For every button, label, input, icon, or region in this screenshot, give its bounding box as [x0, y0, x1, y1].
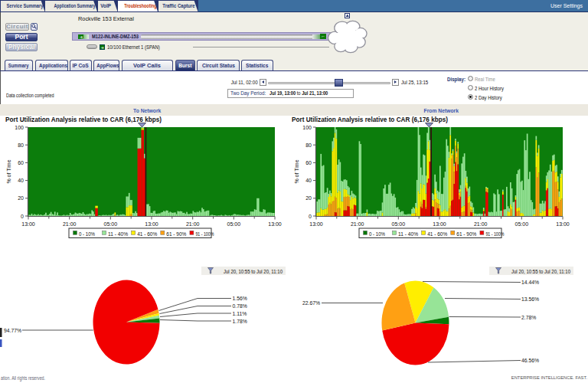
- svg-text:13:00: 13:00: [145, 221, 158, 227]
- svg-text:Jul 20, 10:55 to Jul 20, 11:10: Jul 20, 10:55 to Jul 20, 11:10: [224, 269, 283, 274]
- svg-text:20: 20: [305, 195, 312, 201]
- svg-text:40: 40: [18, 178, 24, 183]
- svg-text:40: 40: [305, 178, 312, 183]
- svg-text:2.78%: 2.78%: [521, 315, 536, 320]
- svg-text:0 - 10%: 0 - 10%: [79, 231, 95, 237]
- svg-text:13:00: 13:00: [556, 221, 570, 227]
- svg-text:100: 100: [15, 125, 24, 130]
- svg-text:05:00: 05:00: [104, 221, 118, 227]
- svg-text:0: 0: [21, 214, 24, 219]
- svg-text:41 - 60%: 41 - 60%: [137, 231, 157, 237]
- svg-text:11 - 40%: 11 - 40%: [398, 231, 418, 237]
- svg-text:21:00: 21:00: [351, 221, 364, 227]
- svg-text:05:00: 05:00: [515, 221, 529, 227]
- svg-text:80: 80: [305, 142, 312, 148]
- svg-text:61 - 90%: 61 - 90%: [166, 231, 186, 237]
- svg-text:13.56%: 13.56%: [521, 296, 539, 302]
- svg-text:1.56%: 1.56%: [233, 296, 247, 301]
- svg-text:91 - 100%: 91 - 100%: [485, 231, 504, 237]
- svg-text:13:00: 13:00: [433, 221, 446, 227]
- svg-text:13:00: 13:00: [268, 221, 282, 227]
- svg-text:ation. All rights reserved.: ation. All rights reserved.: [1, 375, 45, 381]
- svg-text:05:00: 05:00: [392, 221, 406, 227]
- svg-text:1.78%: 1.78%: [233, 319, 247, 324]
- svg-text:21:00: 21:00: [474, 221, 488, 227]
- svg-text:14.44%: 14.44%: [521, 280, 539, 285]
- svg-text:46.56%: 46.56%: [521, 358, 539, 363]
- svg-text:60: 60: [305, 160, 312, 165]
- svg-text:41 - 60%: 41 - 60%: [427, 231, 447, 237]
- svg-text:13:00: 13:00: [309, 221, 323, 227]
- svg-text:0.78%: 0.78%: [233, 303, 247, 309]
- svg-text:Port Utilization Analysis rela: Port Utilization Analysis relative to CA…: [5, 116, 162, 123]
- svg-text:22.67%: 22.67%: [302, 300, 320, 306]
- svg-text:100: 100: [302, 125, 312, 130]
- svg-text:% of Time: % of Time: [6, 159, 11, 183]
- svg-text:80: 80: [18, 142, 24, 148]
- svg-text:94.77%: 94.77%: [4, 328, 21, 333]
- svg-text:Port Utilization Analysis rela: Port Utilization Analysis relative to CA…: [292, 116, 448, 123]
- svg-text:0: 0: [309, 214, 312, 219]
- svg-text:% of Time: % of Time: [294, 159, 299, 183]
- svg-text:91 - 100%: 91 - 100%: [195, 231, 214, 237]
- svg-text:05:00: 05:00: [227, 221, 241, 227]
- svg-text:0 - 10%: 0 - 10%: [369, 231, 385, 237]
- svg-text:61 - 90%: 61 - 90%: [456, 231, 476, 237]
- svg-text:21:00: 21:00: [186, 221, 200, 227]
- svg-text:1.11%: 1.11%: [233, 311, 247, 316]
- svg-text:13:00: 13:00: [21, 221, 35, 227]
- svg-text:21:00: 21:00: [63, 221, 77, 227]
- svg-text:60: 60: [18, 160, 24, 165]
- svg-text:Jul 20, 10:55 to Jul 20, 11:10: Jul 20, 10:55 to Jul 20, 11:10: [511, 269, 570, 274]
- svg-text:ENTERPRISE INTELLIGENCE. FAST.: ENTERPRISE INTELLIGENCE. FAST.: [511, 375, 588, 380]
- svg-text:11 - 40%: 11 - 40%: [108, 231, 128, 237]
- svg-text:20: 20: [18, 195, 24, 201]
